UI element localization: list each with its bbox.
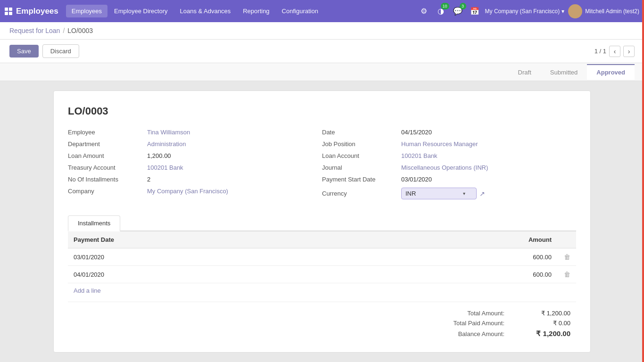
pager: 1 / 1 ‹ ›: [594, 46, 635, 57]
value-department[interactable]: Administration: [147, 140, 186, 148]
table-row: 03/01/2020 600.00 🗑: [68, 248, 576, 266]
balance-amount-row: Balance Amount: ₹ 1,200.00: [429, 329, 570, 338]
cell-amount-1: 600.00: [362, 248, 557, 266]
svg-point-0: [572, 6, 578, 13]
label-company: Company: [68, 188, 143, 195]
pager-prev-button[interactable]: ‹: [609, 46, 620, 57]
form-record-id: LO/0003: [68, 105, 576, 117]
form-card: LO/0003 Employee Tina Williamson Departm…: [53, 90, 591, 353]
label-treasury-account: Treasury Account: [68, 164, 143, 171]
currency-select-row: INR ↗: [401, 188, 485, 199]
save-button[interactable]: Save: [9, 45, 39, 58]
balance-label: Balance Amount:: [429, 330, 504, 337]
tab-installments[interactable]: Installments: [68, 215, 120, 231]
top-navigation: Employees Employees Employee Directory L…: [0, 0, 644, 22]
form-right-col: Date 04/15/2020 Job Position Human Resou…: [322, 129, 576, 204]
field-payment-start-date: Payment Start Date 03/01/2020: [322, 176, 576, 183]
total-paid-row: Total Paid Amount: ₹ 0.00: [429, 320, 570, 327]
value-employee[interactable]: Tina Williamson: [147, 129, 190, 136]
menu-item-reporting[interactable]: Reporting: [237, 5, 275, 17]
total-amount-label: Total Amount:: [429, 310, 504, 317]
value-journal[interactable]: Miscellaneous Operations (INR): [401, 164, 488, 171]
value-date: 04/15/2020: [401, 129, 432, 136]
calendar-icon[interactable]: 📅: [468, 5, 481, 18]
value-loan-account[interactable]: 100201 Bank: [401, 152, 438, 159]
form-fields: Employee Tina Williamson Department Admi…: [68, 129, 576, 204]
tabs: Installments: [68, 215, 576, 231]
grid-icon: [5, 8, 12, 15]
topnav-right: ⚙ ◑ 10 💬 3 📅 My Company (San Francisco) …: [417, 4, 639, 18]
toolbar: Save Discard 1 / 1 ‹ ›: [0, 40, 644, 63]
cell-payment-date-1: 03/01/2020: [68, 248, 362, 266]
label-department: Department: [68, 140, 143, 148]
currency-select[interactable]: INR: [401, 188, 477, 199]
cell-delete-1[interactable]: 🗑: [557, 248, 576, 266]
value-payment-start-date: 03/01/2020: [401, 176, 432, 183]
pager-next-button[interactable]: ›: [623, 46, 635, 57]
field-job-position: Job Position Human Resources Manager: [322, 140, 576, 148]
user-name: Mitchell Admin (test2): [585, 8, 639, 15]
user-menu[interactable]: Mitchell Admin (test2): [568, 4, 639, 18]
field-installments: No Of Installments 2: [68, 176, 322, 183]
app-title: Employees: [16, 7, 58, 16]
delete-row-1-icon[interactable]: 🗑: [564, 253, 570, 261]
field-loan-amount: Loan Amount 1,200.00: [68, 152, 322, 159]
breadcrumb-parent[interactable]: Request for Loan: [9, 27, 60, 34]
value-company[interactable]: My Company (San Francisco): [147, 188, 228, 195]
form-left-col: Employee Tina Williamson Department Admi…: [68, 129, 322, 204]
delete-row-2-icon[interactable]: 🗑: [564, 271, 570, 278]
table-row: 04/01/2020 600.00 🗑: [68, 266, 576, 283]
discard-button[interactable]: Discard: [42, 44, 79, 58]
status-draft[interactable]: Draft: [509, 64, 541, 80]
field-currency: Currency INR ↗: [322, 188, 576, 199]
col-payment-date: Payment Date: [68, 231, 362, 248]
value-job-position[interactable]: Human Resources Manager: [401, 140, 478, 148]
breadcrumb: Request for Loan / LO/0003: [0, 22, 644, 40]
external-link-icon[interactable]: ↗: [479, 190, 485, 197]
main-menu: Employees Employee Directory Loans & Adv…: [66, 5, 414, 17]
cell-delete-2[interactable]: 🗑: [557, 266, 576, 283]
col-amount: Amount: [362, 231, 557, 248]
main-content: LO/0003 Employee Tina Williamson Departm…: [0, 81, 644, 362]
value-treasury-account[interactable]: 100201 Bank: [147, 164, 183, 171]
status-bar: Draft Submitted Approved: [0, 63, 644, 81]
breadcrumb-separator: /: [63, 27, 65, 34]
field-company: Company My Company (San Francisco): [68, 188, 322, 195]
label-date: Date: [322, 129, 397, 136]
field-employee: Employee Tina Williamson: [68, 129, 322, 136]
breadcrumb-current: LO/0003: [67, 27, 93, 34]
status-submitted[interactable]: Submitted: [541, 64, 587, 80]
total-amount-row: Total Amount: ₹ 1,200.00: [429, 310, 570, 317]
right-accent: [642, 0, 644, 362]
activity-icon[interactable]: ◑ 10: [434, 5, 447, 18]
totals-section: Total Amount: ₹ 1,200.00 Total Paid Amou…: [68, 302, 576, 338]
menu-item-employees[interactable]: Employees: [66, 5, 107, 17]
balance-value: ₹ 1,200.00: [523, 329, 570, 338]
avatar: [568, 4, 582, 18]
company-name: My Company (San Francisco): [485, 8, 560, 15]
label-loan-amount: Loan Amount: [68, 152, 143, 159]
field-loan-account: Loan Account 100201 Bank: [322, 152, 576, 159]
menu-item-configuration[interactable]: Configuration: [276, 5, 324, 17]
label-employee: Employee: [68, 129, 143, 136]
currency-select-wrapper: INR: [401, 188, 477, 199]
value-loan-amount: 1,200.00: [147, 152, 171, 159]
settings-icon[interactable]: ⚙: [417, 5, 430, 18]
field-journal: Journal Miscellaneous Operations (INR): [322, 164, 576, 171]
app-logo[interactable]: Employees: [5, 7, 58, 16]
status-approved[interactable]: Approved: [587, 64, 635, 80]
add-line-link[interactable]: Add a line: [68, 283, 107, 298]
menu-item-loans[interactable]: Loans & Advances: [174, 5, 237, 17]
activity-badge: 10: [441, 3, 449, 9]
label-payment-start-date: Payment Start Date: [322, 176, 397, 183]
chat-icon[interactable]: 💬 3: [451, 5, 464, 18]
installments-table: Payment Date Amount 03/01/2020 600.00 🗑 …: [68, 231, 576, 283]
pager-count: 1 / 1: [594, 48, 606, 55]
total-amount-value: ₹ 1,200.00: [523, 310, 570, 317]
chat-badge: 3: [460, 3, 466, 9]
company-selector[interactable]: My Company (San Francisco) ▾: [485, 8, 565, 15]
total-paid-value: ₹ 0.00: [523, 320, 570, 327]
company-chevron-icon: ▾: [561, 8, 564, 15]
field-date: Date 04/15/2020: [322, 129, 576, 136]
menu-item-employee-directory[interactable]: Employee Directory: [108, 5, 173, 17]
